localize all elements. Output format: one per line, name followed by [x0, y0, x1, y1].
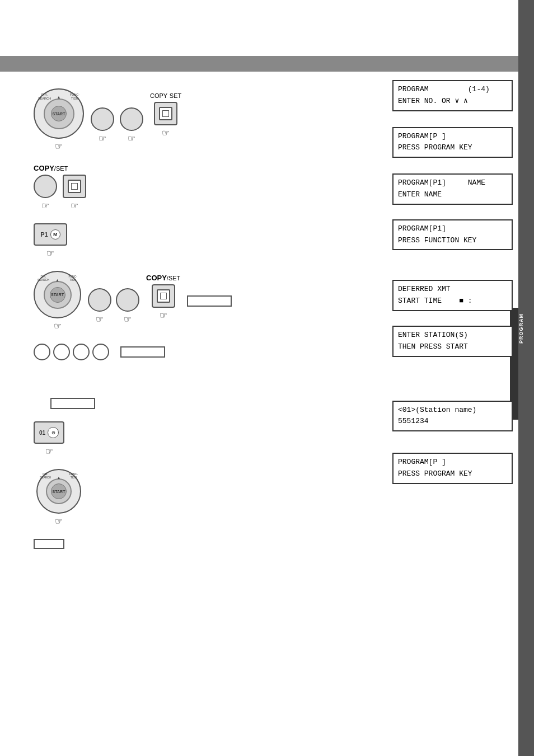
lcd7-line1: <01>(Station name) [398, 405, 507, 416]
diagram-section-9 [34, 539, 373, 549]
diagram-section-5 [34, 344, 373, 360]
lcd4-line2: PRESS FUNCTION KEY [398, 235, 507, 247]
copy-set-button-4[interactable] [152, 284, 175, 308]
lcd-spacer-2: PROGRAM[P1] PRESS FUNCTION KEY [392, 219, 513, 251]
copy-label-text-4: COPY [146, 274, 167, 282]
main-content: DIR.SEARCH FUNC-TION START ▲ ☞ ☞ [0, 72, 518, 756]
lcd-display-5: DEFERRED XMT START TIME ■ : [392, 280, 513, 311]
station-button[interactable]: 01 ⊙ [34, 421, 64, 444]
copy-label-text-2: COPY [34, 164, 54, 172]
lcd3-line1: PROGRAM[P1] NAME [398, 177, 507, 189]
diagram-section-4: DIR.SEARCH FUNC-TION START ▲ ☞ ☞ [34, 271, 373, 331]
lcd-display-6: ENTER STATION(S) THEN PRESS START [392, 326, 513, 357]
station-btn-group: 01 ⊙ ☞ [34, 421, 64, 457]
prog-key-label: P1 [40, 231, 48, 238]
lcd8-line2: PRESS PROGRAM KEY [398, 468, 507, 480]
copy-set-label-4: COPY/SET [146, 274, 180, 282]
copy-set-icon-4 [157, 289, 170, 303]
prog-key-symbol: M [50, 229, 60, 240]
display-area: PROGRAM (1-4) ENTER NO. OR ∨ ∧ PROGRAM[P… [384, 72, 518, 756]
finger-icon-11: ☞ [160, 310, 167, 321]
copy-set-icon-1 [159, 107, 172, 120]
lcd-display-1: PROGRAM (1-4) ENTER NO. OR ∨ ∧ [392, 80, 513, 111]
finger-icon-8: ☞ [54, 321, 62, 331]
small-button-2a[interactable] [34, 175, 57, 198]
copy-set-label-2: COPY/SET [34, 164, 373, 172]
diagram-area: DIR.SEARCH FUNC-TION START ▲ ☞ ☞ [0, 72, 384, 756]
finger-icon-12: ☞ [45, 446, 53, 457]
finger-icon-9: ☞ [96, 314, 104, 325]
circle-2 [53, 344, 70, 360]
finger-icon-7: ☞ [46, 248, 54, 259]
small-btn-group-4a: ☞ [88, 288, 111, 325]
lcd-display-3: PROGRAM[P1] NAME ENTER NAME [392, 173, 513, 205]
lcd2-line2: PRESS PROGRAM KEY [398, 142, 507, 154]
small-button-4b[interactable] [116, 288, 139, 312]
lcd-spacer-4: ENTER STATION(S) THEN PRESS START [392, 326, 513, 357]
blank-rect-9 [34, 539, 64, 549]
diagram-section-6 [34, 398, 373, 409]
lcd6-line1: ENTER STATION(S) [398, 330, 507, 341]
small-button-1b[interactable] [120, 107, 143, 131]
copy-set-group-4: ☞ [152, 284, 175, 321]
lcd-display-4: PROGRAM[P1] PRESS FUNCTION KEY [392, 219, 513, 251]
finger-icon-2: ☞ [99, 133, 106, 144]
small-btn-group-3: ☞ [34, 175, 57, 211]
finger-icon-5: ☞ [41, 200, 49, 211]
circle-1 [34, 344, 50, 360]
diagram-section-1: DIR.SEARCH FUNC-TION START ▲ ☞ ☞ [34, 88, 373, 152]
diagram-section-7: 01 ⊙ ☞ [34, 421, 373, 457]
lcd-display-8: PROGRAM[P ] PRESS PROGRAM KEY [392, 453, 513, 484]
finger-icon-6: ☞ [71, 200, 78, 211]
circle-4 [92, 344, 109, 360]
copy-set-icon-2 [68, 180, 81, 193]
blank-rect-5 [120, 346, 165, 358]
copy-set-label-1: COPY SET [150, 91, 181, 100]
control-panel-1[interactable]: DIR.SEARCH FUNC-TION START ▲ [34, 88, 84, 139]
lcd3-line2: ENTER NAME [398, 189, 507, 201]
copy-sub-text-1: SET [170, 92, 181, 99]
copy-set-group-2: ☞ [63, 175, 86, 211]
finger-icon-3: ☞ [128, 133, 135, 144]
copy-label-text-1: COPY [150, 92, 167, 99]
copy-set-button-1[interactable] [154, 102, 177, 125]
lcd-spacer-5: <01>(Station name) 5551234 [392, 401, 513, 432]
start-button-3[interactable]: START [51, 483, 67, 499]
right-sidebar: PROGRAM [518, 0, 534, 756]
blank-rect-4-container [187, 295, 232, 307]
lcd2-line1: PROGRAM[P ] [398, 131, 507, 143]
lcd7-line2: 5551234 [398, 416, 507, 428]
control-panel-3[interactable]: DIR.SEARCH FUNC-TION START ▲ [36, 469, 81, 514]
small-button-1a[interactable] [91, 107, 114, 131]
prog-key-button[interactable]: P1 M [34, 223, 67, 246]
sidebar-label: PROGRAM [518, 308, 534, 349]
panel-inner-2: START ▲ [44, 281, 72, 309]
finger-icon-13: ☞ [55, 516, 63, 527]
finger-icon-1: ☞ [55, 141, 63, 152]
diagram-section-2: COPY/SET ☞ ☞ [34, 164, 373, 211]
small-btn-group-2: ☞ [120, 107, 143, 144]
finger-icon-4: ☞ [162, 128, 170, 138]
lcd-spacer-1: PROGRAM[P1] NAME ENTER NAME [392, 173, 513, 205]
small-btn-group-4b: ☞ [116, 288, 139, 325]
blank-rect-4 [187, 295, 232, 307]
small-button-4a[interactable] [88, 288, 111, 312]
panel-inner-3: START ▲ [46, 478, 72, 504]
lcd5-line1: DEFERRED XMT [398, 284, 507, 295]
start-button-1[interactable]: START [51, 106, 67, 121]
diagram-section-3: P1 M ☞ [34, 223, 373, 259]
panel-inner-1: START ▲ [44, 98, 74, 129]
circle-3 [73, 344, 90, 360]
finger-icon-10: ☞ [124, 314, 132, 325]
lcd1-line1: PROGRAM (1-4) [398, 84, 507, 96]
lcd-display-7: <01>(Station name) 5551234 [392, 401, 513, 432]
station-symbol: ⊙ [48, 427, 59, 438]
control-panel-2[interactable]: DIR.SEARCH FUNC-TION START ▲ [34, 271, 81, 318]
blank-rect-6 [50, 398, 95, 409]
start-button-2[interactable]: START [50, 287, 65, 303]
lcd6-line2: THEN PRESS START [398, 341, 507, 353]
copy-set-button-2[interactable] [63, 175, 86, 198]
lcd5-line2: START TIME ■ : [398, 295, 507, 307]
blank-rect-6-container [50, 398, 95, 409]
lcd-display-2: PROGRAM[P ] PRESS PROGRAM KEY [392, 127, 513, 158]
